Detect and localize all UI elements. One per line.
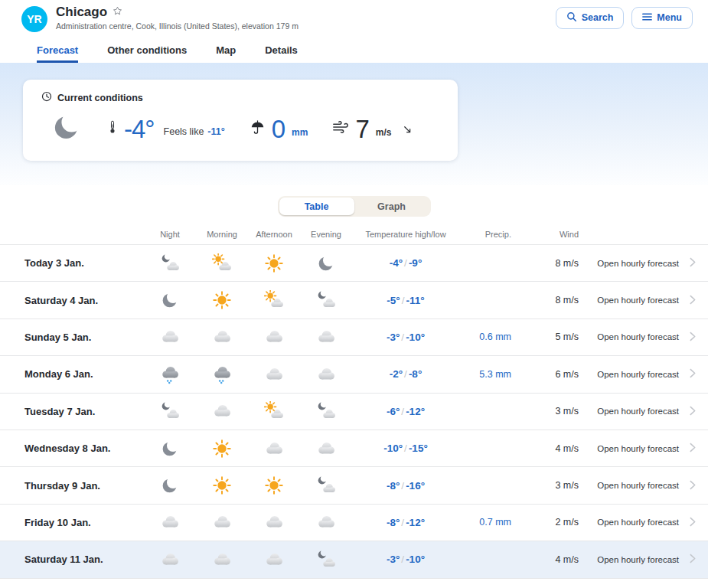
temperature-high-low: -3°/-10° [352,332,459,343]
top-bar: YR Chicago Administration centre, Cook, … [0,0,708,38]
wind-value: 4 m/s [514,554,582,565]
tab-forecast[interactable]: Forecast [37,44,78,63]
col-night: Night [144,230,196,239]
open-hourly-link[interactable]: Open hourly forecast [582,330,699,345]
wind-direction-southeast-arrow-icon [402,124,413,139]
forecast-table: Night Morning Afternoon Evening Temperat… [0,224,708,579]
weather-icon-morning [196,290,248,310]
location-block: Chicago Administration centre, Cook, Ill… [56,5,299,31]
weather-icon-afternoon [248,439,300,459]
forecast-row[interactable]: Wednesday 8 Jan. -10°/-15° 4 m/s Open ho… [0,430,708,467]
weather-icon-night [144,475,196,495]
current-conditions-heading: Current conditions [57,93,143,103]
weather-icon-morning [196,253,248,273]
current-precipitation-unit: mm [292,127,308,138]
temp-low: -16° [406,480,425,492]
weather-icon-night [144,364,196,384]
temp-low: -10° [406,332,425,343]
favorite-star-icon[interactable] [112,5,123,20]
weather-icon-morning [196,327,248,347]
temperature-high-low: -4°/-9° [352,257,459,269]
clearsky-night-icon [51,111,83,146]
col-temperature: Temperature high/low [352,230,459,239]
weather-icon-evening [300,364,352,384]
day-label: Saturday 11 Jan. [24,554,144,565]
temp-high: -3° [387,332,400,343]
weather-icon-morning [196,401,248,421]
precip-value: 0.6 mm [459,332,514,342]
precip-value: 5.3 mm [459,369,514,380]
forecast-row[interactable]: Tuesday 7 Jan. -6°/-12° 3 m/s Open hourl… [0,394,708,430]
col-precip: Precip. [459,230,514,239]
brand-block: YR Chicago Administration centre, Cook, … [21,5,299,32]
forecast-row[interactable]: Thursday 9 Jan. -8°/-16° 3 m/s Open hour… [0,467,708,504]
menu-button-label: Menu [657,13,682,23]
weather-icon-evening [300,512,352,532]
forecast-row[interactable]: Today 3 Jan. -4°/-9° 8 m/s Open hourly f… [0,245,708,282]
current-wind-value: 7 [355,116,368,142]
open-hourly-link[interactable]: Open hourly forecast [582,552,699,567]
forecast-table-body: Today 3 Jan. -4°/-9° 8 m/s Open hourly f… [0,245,708,579]
current-conditions-card: Current conditions -4° Feels like -11° [23,80,458,161]
weather-icon-morning [196,439,248,459]
current-precipitation-value: 0 [272,116,285,142]
weather-icon-afternoon [248,475,300,495]
open-hourly-link[interactable]: Open hourly forecast [582,367,699,381]
current-conditions-band: Current conditions -4° Feels like -11° [0,63,708,185]
weather-icon-night [144,401,196,421]
chevron-right-icon [686,552,699,567]
open-hourly-link-label: Open hourly forecast [597,370,679,379]
menu-button[interactable]: Menu [631,7,693,29]
weather-icon-morning [196,550,248,570]
temp-low: -12° [406,406,425,417]
yr-logo[interactable]: YR [21,6,47,32]
col-evening: Evening [300,230,352,239]
wind-value: 8 m/s [514,295,582,305]
temp-high: -4° [390,257,403,269]
open-hourly-link[interactable]: Open hourly forecast [582,404,699,419]
temperature-high-low: -2°/-8° [352,368,459,380]
weather-icon-afternoon [248,253,300,273]
toggle-graph[interactable]: Graph [354,198,429,215]
temp-high: -2° [390,368,403,380]
tab-details[interactable]: Details [265,44,298,63]
open-hourly-link[interactable]: Open hourly forecast [582,479,699,493]
open-hourly-link[interactable]: Open hourly forecast [582,293,699,308]
weather-icon-morning [196,364,248,384]
col-morning: Morning [196,230,248,239]
day-label: Saturday 4 Jan. [24,295,144,306]
weather-icon-evening [300,475,352,495]
temperature-high-low: -8°/-16° [352,480,459,492]
toggle-table[interactable]: Table [279,198,354,215]
weather-icon-night [144,512,196,532]
temperature-high-low: -8°/-12° [352,517,459,528]
chevron-right-icon [686,293,699,308]
open-hourly-link-label: Open hourly forecast [597,332,679,341]
day-label: Sunday 5 Jan. [24,332,144,343]
forecast-row[interactable]: Sunday 5 Jan. -3°/-10° 0.6 mm 5 m/s Open… [0,319,708,356]
temp-low: -9° [409,257,422,269]
tab-other-conditions[interactable]: Other conditions [107,44,187,63]
forecast-row[interactable]: Saturday 11 Jan. -3°/-10° 4 m/s Open hou… [0,541,708,578]
open-hourly-link-label: Open hourly forecast [597,444,679,453]
temp-high: -3° [387,554,400,565]
forecast-row[interactable]: Monday 6 Jan. -2°/-8° 5.3 mm 6 m/s Open … [0,356,708,393]
current-wind-unit: m/s [376,127,392,138]
temperature-high-low: -3°/-10° [352,554,459,565]
chevron-right-icon [686,256,699,270]
forecast-row[interactable]: Friday 10 Jan. -8°/-12° 0.7 mm 2 m/s Ope… [0,505,708,541]
search-button[interactable]: Search [556,7,625,29]
current-temperature-value: -4° [124,116,155,142]
open-hourly-link-label: Open hourly forecast [597,518,679,527]
page-title: Chicago [56,5,107,20]
tab-map[interactable]: Map [216,44,236,63]
wind-icon [332,119,349,139]
open-hourly-link[interactable]: Open hourly forecast [582,515,699,530]
open-hourly-link[interactable]: Open hourly forecast [582,441,699,456]
open-hourly-link[interactable]: Open hourly forecast [582,256,699,270]
temp-high: -8° [387,517,400,528]
chevron-right-icon [686,515,699,530]
day-label: Tuesday 7 Jan. [24,406,144,417]
current-temperature: -4° Feels like -11° [107,116,225,142]
forecast-row[interactable]: Saturday 4 Jan. -5°/-11° 8 m/s Open hour… [0,282,708,318]
